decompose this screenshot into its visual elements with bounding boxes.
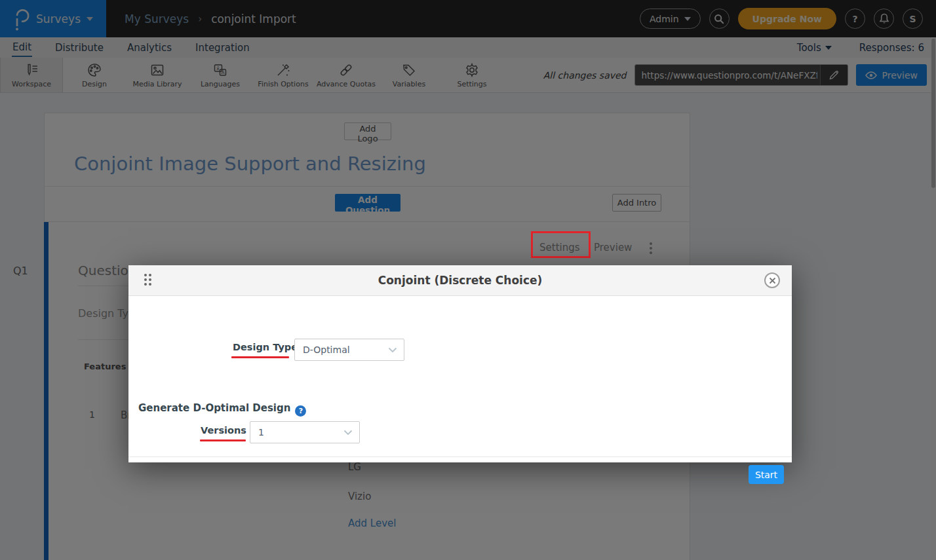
start-button[interactable]: Start xyxy=(749,465,784,484)
modal-title: Conjoint (Discrete Choice) xyxy=(378,274,543,287)
versions-label: Versions : xyxy=(201,425,254,436)
drag-handle-icon[interactable] xyxy=(144,274,151,286)
help-icon[interactable]: ? xyxy=(295,405,306,417)
modal-close-button[interactable] xyxy=(764,272,780,288)
app-window: Surveys My Surveys › conjoint Import Adm… xyxy=(0,0,936,560)
design-type-underline-annotation xyxy=(231,356,289,358)
versions-underline-annotation xyxy=(200,439,246,441)
chevron-down-icon xyxy=(388,347,397,353)
chevron-down-icon xyxy=(343,430,353,436)
generate-design-heading: Generate D-Optimal Design? xyxy=(138,402,306,417)
design-type-label: Design Type xyxy=(233,342,298,352)
versions-value: 1 xyxy=(258,427,343,438)
modal-header: Conjoint (Discrete Choice) xyxy=(128,265,792,296)
modal-body: Design Type D-Optimal Generate D-Optimal… xyxy=(128,296,792,462)
close-icon xyxy=(769,277,776,284)
versions-select[interactable]: 1 xyxy=(250,421,360,443)
conjoint-settings-modal: Conjoint (Discrete Choice) Design Type D… xyxy=(128,265,792,462)
design-type-select[interactable]: D-Optimal xyxy=(294,339,404,361)
modal-footer-divider xyxy=(128,457,792,457)
settings-highlight-annotation xyxy=(531,231,591,258)
design-type-value: D-Optimal xyxy=(303,345,388,355)
